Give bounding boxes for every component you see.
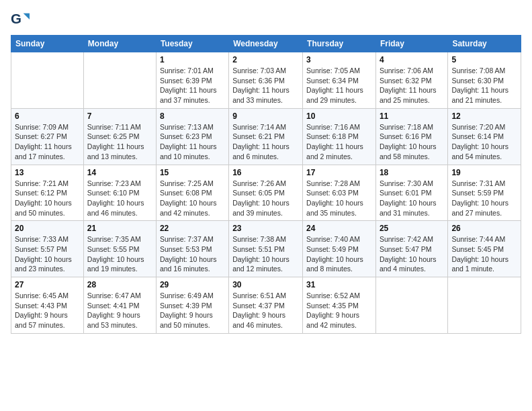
- day-info: Sunrise: 7:31 AM Sunset: 5:59 PM Dayligh…: [451, 179, 517, 218]
- weekday-header-cell: Thursday: [303, 36, 376, 52]
- day-info: Sunrise: 7:40 AM Sunset: 5:49 PM Dayligh…: [306, 234, 372, 274]
- calendar-day-cell: 17Sunrise: 7:28 AM Sunset: 6:03 PM Dayli…: [303, 165, 376, 221]
- day-info: Sunrise: 7:33 AM Sunset: 5:57 PM Dayligh…: [15, 234, 80, 274]
- calendar-day-cell: 31Sunrise: 6:52 AM Sunset: 4:35 PM Dayli…: [303, 277, 376, 334]
- day-number: 6: [15, 111, 80, 121]
- calendar-week-row: 27Sunrise: 6:45 AM Sunset: 4:43 PM Dayli…: [11, 277, 521, 334]
- day-info: Sunrise: 7:20 AM Sunset: 6:14 PM Dayligh…: [451, 122, 517, 162]
- calendar-day-cell: 24Sunrise: 7:40 AM Sunset: 5:49 PM Dayli…: [303, 221, 376, 277]
- page-header: G: [11, 11, 521, 30]
- day-number: 5: [451, 55, 517, 64]
- day-info: Sunrise: 6:52 AM Sunset: 4:35 PM Dayligh…: [306, 291, 372, 330]
- day-number: 9: [232, 111, 299, 121]
- svg-marker-1: [24, 13, 30, 19]
- day-number: 25: [380, 224, 444, 233]
- calendar-day-cell: 19Sunrise: 7:31 AM Sunset: 5:59 PM Dayli…: [448, 165, 521, 221]
- calendar-day-cell: 7Sunrise: 7:11 AM Sunset: 6:25 PM Daylig…: [83, 108, 156, 165]
- day-number: 24: [306, 224, 372, 233]
- day-number: 13: [15, 168, 80, 177]
- calendar-day-cell: 15Sunrise: 7:25 AM Sunset: 6:08 PM Dayli…: [156, 165, 228, 221]
- day-number: 29: [160, 280, 225, 289]
- day-number: 21: [87, 224, 152, 233]
- calendar-day-cell: 2Sunrise: 7:03 AM Sunset: 6:36 PM Daylig…: [229, 52, 303, 109]
- day-number: 18: [380, 168, 444, 177]
- day-info: Sunrise: 7:26 AM Sunset: 6:05 PM Dayligh…: [232, 179, 299, 218]
- day-info: Sunrise: 7:42 AM Sunset: 5:47 PM Dayligh…: [380, 234, 444, 274]
- day-info: Sunrise: 7:09 AM Sunset: 6:27 PM Dayligh…: [15, 122, 80, 162]
- calendar-day-cell: 25Sunrise: 7:42 AM Sunset: 5:47 PM Dayli…: [375, 221, 447, 277]
- day-info: Sunrise: 7:38 AM Sunset: 5:51 PM Dayligh…: [232, 234, 299, 274]
- day-info: Sunrise: 7:18 AM Sunset: 6:16 PM Dayligh…: [380, 122, 444, 162]
- day-info: Sunrise: 7:23 AM Sunset: 6:10 PM Dayligh…: [87, 179, 152, 218]
- day-number: 15: [160, 168, 225, 177]
- calendar-day-cell: 12Sunrise: 7:20 AM Sunset: 6:14 PM Dayli…: [448, 108, 521, 165]
- day-info: Sunrise: 7:44 AM Sunset: 5:45 PM Dayligh…: [451, 234, 517, 274]
- day-number: 7: [87, 111, 152, 121]
- day-info: Sunrise: 7:06 AM Sunset: 6:32 PM Dayligh…: [380, 66, 444, 105]
- day-number: 20: [15, 224, 80, 233]
- day-number: 14: [87, 168, 152, 177]
- day-info: Sunrise: 6:49 AM Sunset: 4:39 PM Dayligh…: [160, 291, 225, 330]
- day-info: Sunrise: 7:37 AM Sunset: 5:53 PM Dayligh…: [160, 234, 225, 274]
- calendar-day-cell: 26Sunrise: 7:44 AM Sunset: 5:45 PM Dayli…: [448, 221, 521, 277]
- day-number: 17: [306, 168, 372, 177]
- calendar-day-cell: 5Sunrise: 7:08 AM Sunset: 6:30 PM Daylig…: [448, 52, 521, 109]
- day-number: 22: [160, 224, 225, 233]
- calendar-day-cell: 16Sunrise: 7:26 AM Sunset: 6:05 PM Dayli…: [229, 165, 303, 221]
- calendar-day-cell: 13Sunrise: 7:21 AM Sunset: 6:12 PM Dayli…: [11, 165, 84, 221]
- day-number: 3: [306, 55, 372, 64]
- day-info: Sunrise: 6:45 AM Sunset: 4:43 PM Dayligh…: [15, 291, 80, 330]
- calendar-day-cell: [448, 277, 521, 334]
- calendar-day-cell: 28Sunrise: 6:47 AM Sunset: 4:41 PM Dayli…: [83, 277, 156, 334]
- calendar-week-row: 13Sunrise: 7:21 AM Sunset: 6:12 PM Dayli…: [11, 165, 521, 221]
- day-number: 30: [232, 280, 299, 289]
- calendar-week-row: 20Sunrise: 7:33 AM Sunset: 5:57 PM Dayli…: [11, 221, 521, 277]
- weekday-header-cell: Sunday: [11, 36, 84, 52]
- calendar-day-cell: 8Sunrise: 7:13 AM Sunset: 6:23 PM Daylig…: [156, 108, 228, 165]
- day-number: 19: [451, 168, 517, 177]
- day-number: 4: [380, 55, 444, 64]
- calendar-day-cell: 27Sunrise: 6:45 AM Sunset: 4:43 PM Dayli…: [11, 277, 84, 334]
- day-info: Sunrise: 7:08 AM Sunset: 6:30 PM Dayligh…: [451, 66, 517, 105]
- day-number: 11: [380, 111, 444, 121]
- calendar-day-cell: [11, 52, 84, 109]
- weekday-header-cell: Wednesday: [229, 36, 303, 52]
- day-info: Sunrise: 7:16 AM Sunset: 6:18 PM Dayligh…: [306, 122, 372, 162]
- calendar-day-cell: 14Sunrise: 7:23 AM Sunset: 6:10 PM Dayli…: [83, 165, 156, 221]
- calendar-week-row: 6Sunrise: 7:09 AM Sunset: 6:27 PM Daylig…: [11, 108, 521, 165]
- day-number: 8: [160, 111, 225, 121]
- calendar-day-cell: 22Sunrise: 7:37 AM Sunset: 5:53 PM Dayli…: [156, 221, 228, 277]
- calendar-day-cell: 21Sunrise: 7:35 AM Sunset: 5:55 PM Dayli…: [83, 221, 156, 277]
- calendar-day-cell: 9Sunrise: 7:14 AM Sunset: 6:21 PM Daylig…: [229, 108, 303, 165]
- day-info: Sunrise: 7:11 AM Sunset: 6:25 PM Dayligh…: [87, 122, 152, 162]
- weekday-header-cell: Tuesday: [156, 36, 228, 52]
- day-info: Sunrise: 7:14 AM Sunset: 6:21 PM Dayligh…: [232, 122, 299, 162]
- calendar-day-cell: 23Sunrise: 7:38 AM Sunset: 5:51 PM Dayli…: [229, 221, 303, 277]
- day-number: 12: [451, 111, 517, 121]
- calendar-day-cell: 29Sunrise: 6:49 AM Sunset: 4:39 PM Dayli…: [156, 277, 228, 334]
- calendar-day-cell: 3Sunrise: 7:05 AM Sunset: 6:34 PM Daylig…: [303, 52, 376, 109]
- calendar-day-cell: 18Sunrise: 7:30 AM Sunset: 6:01 PM Dayli…: [375, 165, 447, 221]
- calendar-body: 1Sunrise: 7:01 AM Sunset: 6:39 PM Daylig…: [11, 52, 521, 334]
- calendar-day-cell: [83, 52, 156, 109]
- calendar-day-cell: 30Sunrise: 6:51 AM Sunset: 4:37 PM Dayli…: [229, 277, 303, 334]
- day-number: 10: [306, 111, 372, 121]
- day-number: 26: [451, 224, 517, 233]
- day-info: Sunrise: 7:28 AM Sunset: 6:03 PM Dayligh…: [306, 179, 372, 218]
- day-number: 16: [232, 168, 299, 177]
- day-number: 28: [87, 280, 152, 289]
- calendar-day-cell: 20Sunrise: 7:33 AM Sunset: 5:57 PM Dayli…: [11, 221, 84, 277]
- calendar-table: SundayMondayTuesdayWednesdayThursdayFrid…: [11, 35, 521, 334]
- day-info: Sunrise: 6:51 AM Sunset: 4:37 PM Dayligh…: [232, 291, 299, 330]
- logo: G: [11, 11, 31, 30]
- day-number: 31: [306, 280, 372, 289]
- weekday-header-cell: Friday: [375, 36, 447, 52]
- day-info: Sunrise: 6:47 AM Sunset: 4:41 PM Dayligh…: [87, 291, 152, 330]
- calendar-week-row: 1Sunrise: 7:01 AM Sunset: 6:39 PM Daylig…: [11, 52, 521, 109]
- calendar-day-cell: 10Sunrise: 7:16 AM Sunset: 6:18 PM Dayli…: [303, 108, 376, 165]
- calendar-day-cell: 6Sunrise: 7:09 AM Sunset: 6:27 PM Daylig…: [11, 108, 84, 165]
- day-info: Sunrise: 7:13 AM Sunset: 6:23 PM Dayligh…: [160, 122, 225, 162]
- day-number: 2: [232, 55, 299, 64]
- logo-icon: G: [11, 11, 30, 30]
- day-number: 1: [160, 55, 225, 64]
